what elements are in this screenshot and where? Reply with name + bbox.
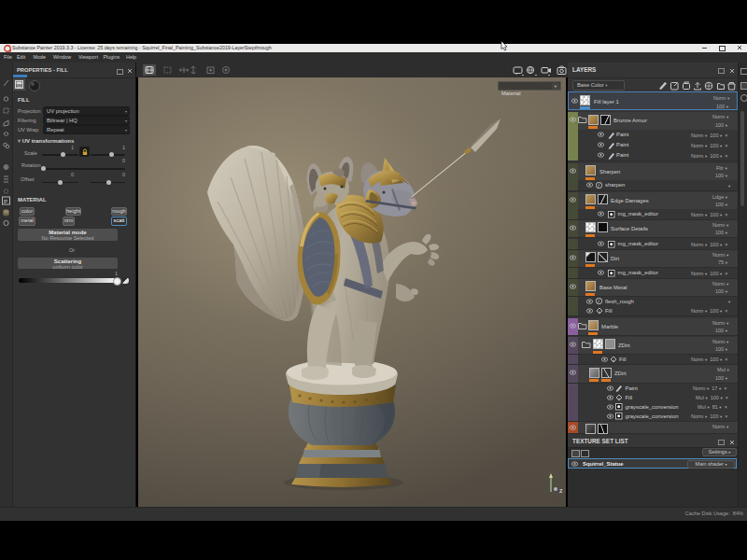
- svg-text:P: P: [4, 198, 7, 203]
- svg-text:z: z: [559, 487, 563, 494]
